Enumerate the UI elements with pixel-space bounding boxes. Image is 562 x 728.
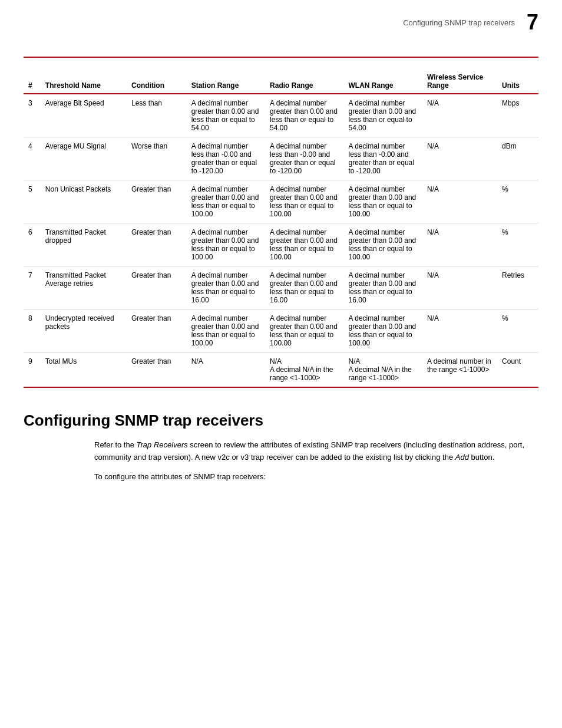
cell-num: 4 — [24, 137, 41, 180]
cell-station: N/A — [187, 353, 265, 388]
table-row: 3Average Bit SpeedLess thanA decimal num… — [24, 94, 538, 137]
cell-num: 3 — [24, 94, 41, 137]
header-divider — [24, 57, 538, 58]
col-header-units: Units — [497, 70, 538, 94]
cell-radio: A decimal number less than -0.00 and gre… — [265, 137, 343, 180]
cell-radio: N/AA decimal N/A in the range <1-1000> — [265, 353, 343, 388]
cell-condition: Less than — [127, 94, 187, 137]
cell-wireless: N/A — [422, 180, 497, 223]
cell-num: 9 — [24, 353, 41, 388]
cell-wireless: N/A — [422, 137, 497, 180]
cell-condition: Greater than — [127, 309, 187, 353]
header-title: Configuring SNMP trap receivers — [403, 18, 515, 27]
para1-prefix: Refer to the — [94, 440, 137, 449]
cell-units: Retries — [497, 266, 538, 309]
cell-name: Transmitted Packet dropped — [41, 223, 127, 266]
cell-condition: Greater than — [127, 353, 187, 388]
table-row: 8Undecrypted received packetsGreater tha… — [24, 309, 538, 353]
col-header-radio: Radio Range — [265, 70, 343, 94]
cell-name: Average MU Signal — [41, 137, 127, 180]
cell-name: Non Unicast Packets — [41, 180, 127, 223]
table-row: 7Transmitted Packet Average retriesGreat… — [24, 266, 538, 309]
cell-radio: A decimal number greater than 0.00 and l… — [265, 266, 343, 309]
cell-condition: Greater than — [127, 223, 187, 266]
cell-units: % — [497, 223, 538, 266]
cell-name: Undecrypted received packets — [41, 309, 127, 353]
cell-station: A decimal number greater than 0.00 and l… — [187, 309, 265, 353]
page-number: 7 — [527, 12, 538, 33]
para1-end: button. — [469, 453, 494, 462]
section-body: Refer to the Trap Receivers screen to re… — [94, 439, 538, 483]
cell-wlan: A decimal number greater than 0.00 and l… — [344, 94, 422, 137]
cell-condition: Worse than — [127, 137, 187, 180]
cell-wlan: A decimal number greater than 0.00 and l… — [344, 223, 422, 266]
table-row: 5Non Unicast PacketsGreater thanA decima… — [24, 180, 538, 223]
cell-condition: Greater than — [127, 180, 187, 223]
cell-units: Mbps — [497, 94, 538, 137]
col-header-num: # — [24, 70, 41, 94]
cell-wireless: N/A — [422, 309, 497, 353]
cell-units: dBm — [497, 137, 538, 180]
cell-wlan: N/AA decimal N/A in the range <1-1000> — [344, 353, 422, 388]
cell-radio: A decimal number greater than 0.00 and l… — [265, 94, 343, 137]
cell-units: Count — [497, 353, 538, 388]
cell-station: A decimal number less than -0.00 and gre… — [187, 137, 265, 180]
para1-add: Add — [455, 453, 469, 462]
cell-station: A decimal number greater than 0.00 and l… — [187, 223, 265, 266]
col-header-name: Threshold Name — [41, 70, 127, 94]
cell-name: Transmitted Packet Average retries — [41, 266, 127, 309]
cell-condition: Greater than — [127, 266, 187, 309]
cell-wlan: A decimal number greater than 0.00 and l… — [344, 180, 422, 223]
table-row: 9Total MUsGreater thanN/AN/AA decimal N/… — [24, 353, 538, 388]
cell-num: 6 — [24, 223, 41, 266]
cell-wireless: N/A — [422, 94, 497, 137]
col-header-wireless: Wireless Service Range — [422, 70, 497, 94]
para1-italic: Trap Receivers — [137, 440, 188, 449]
cell-num: 5 — [24, 180, 41, 223]
cell-num: 8 — [24, 309, 41, 353]
cell-wlan: A decimal number less than -0.00 and gre… — [344, 137, 422, 180]
section-title: Configuring SNMP trap receivers — [24, 411, 538, 430]
cell-station: A decimal number greater than 0.00 and l… — [187, 180, 265, 223]
cell-radio: A decimal number greater than 0.00 and l… — [265, 309, 343, 353]
cell-num: 7 — [24, 266, 41, 309]
table-row: 6Transmitted Packet droppedGreater thanA… — [24, 223, 538, 266]
col-header-wlan: WLAN Range — [344, 70, 422, 94]
cell-wireless: N/A — [422, 223, 497, 266]
section-para1: Refer to the Trap Receivers screen to re… — [94, 439, 538, 464]
cell-name: Average Bit Speed — [41, 94, 127, 137]
section-para2: To configure the attributes of SNMP trap… — [94, 471, 538, 483]
cell-station: A decimal number greater than 0.00 and l… — [187, 94, 265, 137]
cell-wireless: N/A — [422, 266, 497, 309]
table-header-row: # Threshold Name Condition Station Range… — [24, 70, 538, 94]
cell-station: A decimal number greater than 0.00 and l… — [187, 266, 265, 309]
cell-units: % — [497, 309, 538, 353]
col-header-condition: Condition — [127, 70, 187, 94]
cell-wlan: A decimal number greater than 0.00 and l… — [344, 309, 422, 353]
cell-wlan: A decimal number greater than 0.00 and l… — [344, 266, 422, 309]
cell-name: Total MUs — [41, 353, 127, 388]
cell-radio: A decimal number greater than 0.00 and l… — [265, 223, 343, 266]
cell-units: % — [497, 180, 538, 223]
cell-wireless: A decimal number in the range <1-1000> — [422, 353, 497, 388]
page-header: Configuring SNMP trap receivers 7 — [24, 12, 538, 39]
cell-radio: A decimal number greater than 0.00 and l… — [265, 180, 343, 223]
threshold-table: # Threshold Name Condition Station Range… — [24, 70, 538, 388]
col-header-station: Station Range — [187, 70, 265, 94]
table-row: 4Average MU SignalWorse thanA decimal nu… — [24, 137, 538, 180]
